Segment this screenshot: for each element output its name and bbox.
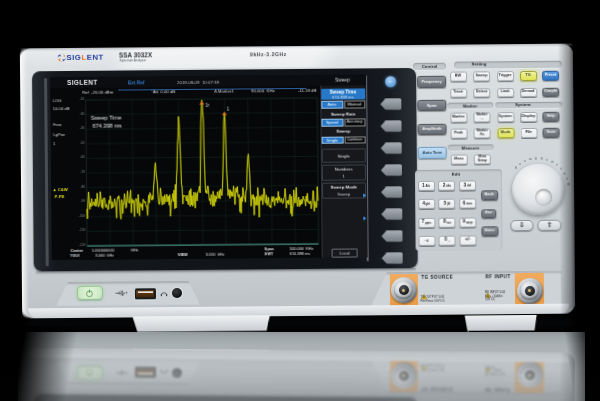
svg-text:1r: 1r <box>205 102 210 107</box>
